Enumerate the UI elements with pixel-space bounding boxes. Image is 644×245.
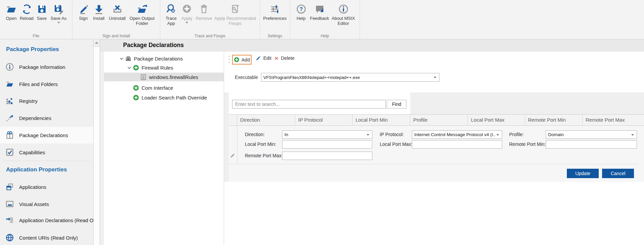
executable-input[interactable]	[261, 73, 432, 81]
ribbon-group-label-settings: Settings	[260, 34, 290, 38]
grid-header-profile[interactable]: Profile	[410, 115, 468, 125]
profile-label: Profile:	[509, 130, 524, 139]
help-button[interactable]: ? Help	[294, 2, 309, 26]
remote-port-max-input[interactable]	[282, 152, 372, 160]
tree-node-firewall-rules[interactable]: Firewall Rules	[104, 63, 224, 72]
local-port-max-field[interactable]	[412, 140, 502, 149]
sidebar-header-application-properties: Application Properties	[6, 166, 67, 173]
sidebar-scrollbar[interactable]	[93, 39, 100, 245]
grid-header-remote-port-min[interactable]: Remote Port Min	[525, 115, 583, 125]
combo-chevron-icon[interactable]	[496, 134, 499, 136]
local-port-max-input[interactable]	[412, 140, 502, 148]
sidebar-navigation: Package Properties Package Information F…	[0, 39, 93, 245]
sidebar-item-application-declarations[interactable]: Application Declarations (Read Only)	[0, 212, 93, 229]
grid-header-ip-protocol[interactable]: IP Protocol	[295, 115, 353, 125]
add-circle-icon	[234, 57, 239, 63]
trace-app-button[interactable]: Trace App	[163, 2, 179, 26]
ribbon-toolbar: Open Reload Save Save As	[0, 0, 644, 39]
row-edit-pencil-icon	[230, 153, 235, 158]
ribbon-group-file: Open Reload Save Save As	[0, 0, 72, 39]
save-button[interactable]: Save	[35, 2, 49, 24]
open-button[interactable]: Open	[4, 2, 19, 24]
save-as-button[interactable]: Save As	[49, 2, 68, 24]
chevron-down-icon[interactable]	[127, 65, 132, 70]
grid-header-remote-port-max[interactable]: Remote Port Max	[583, 115, 644, 125]
feedback-bubble-icon	[314, 2, 326, 16]
combo-chevron-icon[interactable]	[631, 134, 634, 136]
feedback-button[interactable]: Feedback	[309, 2, 331, 26]
sidebar-item-applications[interactable]: Applications	[0, 178, 93, 195]
sidebar-item-capabilities[interactable]: Capabilities	[0, 144, 93, 161]
remove-button[interactable]: Remove	[195, 2, 213, 26]
about-msix-editor-button[interactable]: About MSIX Editor	[331, 2, 356, 26]
sidebar-item-package-information[interactable]: Package Information	[0, 58, 93, 75]
grid-header-direction[interactable]: Direction	[237, 115, 295, 125]
dropdown-chevron-icon[interactable]	[57, 22, 60, 24]
grid-header-local-port-min[interactable]: Local Port Min	[353, 115, 410, 125]
save-icon	[36, 2, 48, 16]
ip-protocol-dropdown[interactable]: Internet Control Message Protocol v4 (I.…	[412, 130, 502, 139]
reload-button[interactable]: Reload	[19, 2, 35, 24]
executable-dropdown[interactable]	[261, 73, 439, 82]
tree-node-com-interface[interactable]: Com Interface	[104, 83, 224, 92]
cancel-button[interactable]: Cancel	[602, 169, 634, 178]
globe-icon	[5, 233, 14, 242]
sidebar-item-files-and-folders[interactable]: Files and Folders	[0, 76, 93, 92]
dependencies-icon	[5, 114, 14, 122]
main-content: Package Declarations Package Declaration…	[100, 39, 644, 245]
direction-label: Direction:	[245, 130, 265, 139]
firewall-rules-detail-panel: Add Edit ✕ Delete Executable Find Direct…	[224, 51, 644, 245]
sidebar-item-visual-assets[interactable]: Visual Assets	[0, 196, 93, 212]
local-port-min-input[interactable]	[282, 140, 372, 148]
sidebar-item-content-uris[interactable]: Content URIs (Read Only)	[0, 229, 93, 245]
scrollbar-up-button[interactable]	[94, 39, 100, 46]
sidebar-item-dependencies[interactable]: Dependencies	[0, 110, 93, 126]
ribbon-group-trace-and-fixups: Trace App Apply Remove Apply Recommend	[160, 0, 260, 39]
tree-node-label: Firewall Rules	[142, 65, 173, 71]
sidebar-item-package-declarations[interactable]: Package Declarations	[0, 127, 93, 144]
sidebar-item-registry[interactable]: Registry	[0, 92, 93, 109]
add-circle-icon	[133, 65, 139, 71]
local-port-min-label: Local Port Min:	[245, 140, 276, 149]
toolbar-grip-handle[interactable]	[228, 56, 230, 63]
profile-dropdown[interactable]: Domain	[546, 130, 637, 139]
search-input[interactable]	[232, 100, 386, 109]
scrollbar-thumb[interactable]	[94, 46, 100, 245]
open-output-folder-button[interactable]: Open Output Folder	[128, 2, 157, 26]
form-footer-divider	[229, 164, 638, 164]
local-port-min-field[interactable]	[282, 140, 372, 149]
tree-node-package-declarations[interactable]: Package Declarations	[104, 54, 224, 63]
ip-protocol-label: IP Protocol:	[380, 130, 404, 139]
grid-header-row: Direction IP Protocol Local Port Min Pro…	[229, 114, 644, 126]
remote-port-max-field[interactable]	[282, 152, 372, 160]
find-button[interactable]: Find	[387, 100, 407, 109]
remote-port-min-input[interactable]	[546, 140, 637, 148]
direction-dropdown[interactable]: In	[282, 130, 372, 139]
tree-node-windows-firewallrules[interactable]: windows.firewallRules	[104, 73, 224, 81]
toolbox-icon	[125, 55, 131, 62]
uninstall-button[interactable]: Uninstall	[107, 2, 128, 26]
preferences-button[interactable]: Preferences	[263, 2, 287, 21]
application-declarations-icon	[5, 216, 14, 224]
remote-port-min-field[interactable]	[546, 140, 637, 149]
add-button[interactable]: Add	[232, 55, 252, 65]
edit-button[interactable]: Edit	[256, 55, 271, 61]
dropdown-chevron-icon[interactable]	[185, 22, 188, 24]
install-button[interactable]: Install	[91, 2, 107, 26]
grid-header-local-port-max[interactable]: Local Port Max	[468, 115, 525, 125]
tree-node-loader-search-path-override[interactable]: Loader Search Path Override	[104, 93, 224, 102]
svg-text:?: ?	[300, 6, 303, 12]
delete-button[interactable]: ✕ Delete	[274, 55, 294, 61]
sign-button[interactable]: Sign	[76, 2, 91, 26]
combo-chevron-icon[interactable]	[367, 134, 369, 136]
update-button[interactable]: Update	[567, 169, 599, 178]
apply-button[interactable]: Apply	[179, 2, 195, 26]
capabilities-checkbox-icon	[5, 148, 14, 157]
save-as-icon	[53, 2, 65, 16]
declarations-tree: Package Declarations Firewall Rules wind…	[104, 51, 224, 245]
apply-recommended-fixups-button[interactable]: Apply Recommended Fixups	[213, 2, 257, 26]
info-icon	[5, 63, 14, 71]
remote-port-max-label: Remote Port Max:	[245, 152, 283, 160]
chevron-down-icon[interactable]	[119, 56, 124, 61]
combo-chevron-icon[interactable]	[434, 77, 436, 78]
